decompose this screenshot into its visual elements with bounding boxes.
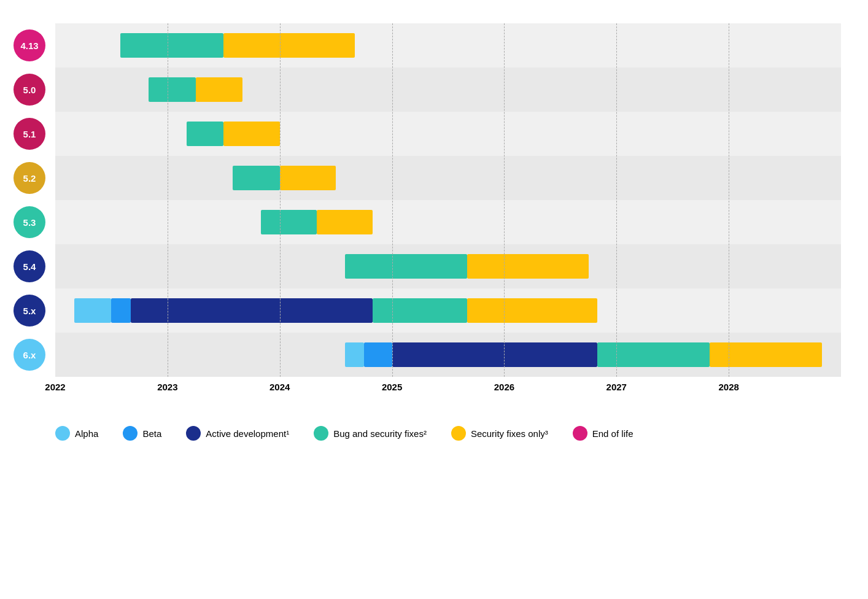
chart-row: 5.4 [55,244,841,288]
legend-item: Beta [123,426,161,441]
legend-item: Alpha [55,426,98,441]
bar-segment-security [280,166,336,190]
version-label: 4.13 [14,29,45,61]
x-axis: 2022202320242025202620272028 [55,382,841,400]
bar-segment-beta [111,298,130,323]
x-axis-label: 2023 [157,382,177,392]
legend-label: Security fixes only³ [471,428,548,439]
bar-segment-active [131,298,373,323]
x-axis-label: 2025 [382,382,402,392]
bar-segment-bug [261,210,317,234]
bar-segment-security [467,254,588,279]
bar-segment-security [196,77,243,102]
legend-color [55,426,70,441]
version-label: 5.3 [14,206,45,238]
x-axis-label: 2027 [606,382,627,392]
bar-track [55,210,841,234]
bar-segment-active [392,342,598,367]
bar-segment-security [223,33,355,58]
bar-track [55,166,841,190]
chart-row: 5.0 [55,68,841,112]
bar-segment-security [710,342,822,367]
legend-color [451,426,466,441]
legend: AlphaBetaActive development¹Bug and secu… [55,419,850,441]
chart-row: 6.x [55,333,841,377]
legend-item: Active development¹ [186,426,289,441]
bar-segment-bug [120,33,223,58]
bar-segment-bug [187,122,223,146]
legend-item: Security fixes only³ [451,426,548,441]
version-label: 6.x [14,339,45,371]
legend-label: Alpha [75,428,98,439]
bar-segment-security [223,122,279,146]
bar-segment-alpha [345,342,364,367]
chart-row: 4.13 [55,23,841,68]
rows-container: 4.135.05.15.25.35.45.x6.x [55,23,841,377]
bar-segment-bug [373,298,467,323]
version-label: 5.x [14,295,45,327]
x-axis-label: 2028 [718,382,738,392]
bar-track [55,298,841,323]
version-label: 5.0 [14,74,45,106]
bar-track [55,33,841,58]
bar-segment-bug [345,254,467,279]
legend-color [123,426,138,441]
legend-item: End of life [573,426,634,441]
bar-track [55,122,841,146]
legend-label: Beta [142,428,161,439]
x-axis-label: 2022 [45,382,65,392]
bar-track [55,342,841,367]
chart-area: 4.135.05.15.25.35.45.x6.x 20222023202420… [55,23,841,400]
bar-segment-bug [149,77,196,102]
legend-item: Bug and security fixes² [314,426,427,441]
bar-segment-alpha [74,298,111,323]
legend-color [186,426,201,441]
chart-row: 5.x [55,288,841,333]
legend-color [314,426,328,441]
x-axis-label: 2026 [494,382,514,392]
bar-track [55,254,841,279]
bar-segment-bug [597,342,710,367]
legend-label: End of life [592,428,634,439]
bar-segment-security [467,298,597,323]
version-label: 5.1 [14,118,45,150]
version-label: 5.2 [14,162,45,194]
chart-row: 5.3 [55,200,841,244]
bar-segment-security [317,210,373,234]
chart-row: 5.1 [55,112,841,156]
bar-segment-beta [364,342,392,367]
legend-color [573,426,587,441]
x-axis-label: 2024 [269,382,290,392]
bar-segment-bug [233,166,280,190]
legend-row1: AlphaBetaActive development¹Bug and secu… [55,426,573,441]
legend-label: Active development¹ [206,428,289,439]
version-label: 5.4 [14,250,45,282]
bar-track [55,77,841,102]
chart-row: 5.2 [55,156,841,200]
legend-row2: End of life [573,426,658,441]
legend-label: Bug and security fixes² [333,428,427,439]
